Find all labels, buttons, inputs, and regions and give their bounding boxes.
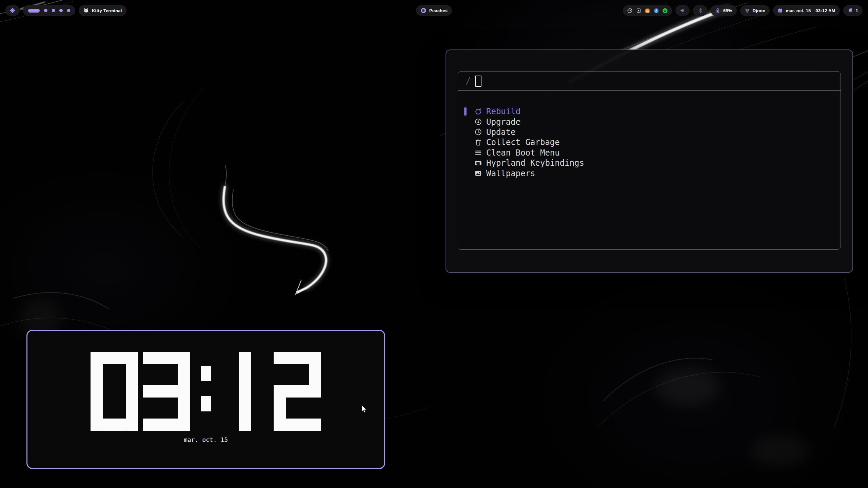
workspace-dot[interactable] <box>44 9 47 12</box>
launcher-panel: / RebuildUpgradeUpdateCollect GarbageCle… <box>458 71 841 250</box>
media-pill[interactable]: Peaches <box>416 5 452 16</box>
kdeconnect-icon[interactable] <box>636 8 642 14</box>
datetime-label: 03:12 AM <box>815 8 835 13</box>
digit-segment <box>143 419 190 431</box>
menu-item-rebuild[interactable]: Rebuild <box>458 106 841 117</box>
refresh-icon <box>474 108 482 116</box>
clock-digit-1 <box>221 352 269 431</box>
colon-block <box>201 396 211 411</box>
battery-label: 69% <box>723 8 732 13</box>
menu-item-label: Update <box>486 128 516 136</box>
menu-item-label: Collect Garbage <box>486 138 560 146</box>
network-pill[interactable]: Djoon <box>740 5 770 16</box>
bell-icon <box>848 8 853 13</box>
image-icon <box>474 169 482 177</box>
workspace-dot[interactable] <box>67 9 71 12</box>
volume-icon <box>680 8 685 13</box>
spotify-green-icon[interactable] <box>662 8 668 14</box>
keyboard-icon <box>474 159 482 167</box>
clock-digit-0 <box>91 352 138 431</box>
launcher-window: / RebuildUpgradeUpdateCollect GarbageCle… <box>446 49 853 273</box>
network-label: Djoon <box>753 8 766 13</box>
bluetooth-icon <box>697 8 703 13</box>
workspace-active[interactable] <box>28 9 40 13</box>
menu-item-label: Upgrade <box>486 118 520 126</box>
top-bar: Kitty Terminal Peaches 69%Djoonmar. oct.… <box>5 5 863 16</box>
search-prompt: / <box>466 76 471 86</box>
menu-item-wallpapers[interactable]: Wallpapers <box>458 168 841 178</box>
calendar-icon <box>777 8 783 13</box>
clock-widget: mar. oct. 15 <box>26 330 385 469</box>
menu-item-label: Rebuild <box>486 107 520 116</box>
volume-pill[interactable] <box>675 5 690 16</box>
clock-time <box>27 352 384 431</box>
spotify-icon <box>420 7 427 14</box>
cat-icon <box>83 7 89 14</box>
bar-center-modules: Peaches <box>416 5 452 16</box>
media-title: Peaches <box>429 8 448 13</box>
workspace-dot[interactable] <box>52 9 55 12</box>
system-tray[interactable] <box>623 5 672 16</box>
clock-colon <box>195 352 217 431</box>
wifi-icon <box>745 8 750 13</box>
aperture-icon[interactable] <box>627 8 633 14</box>
launcher-button[interactable] <box>5 5 20 16</box>
digit-segment <box>239 352 251 431</box>
workspace-dot[interactable] <box>59 9 63 12</box>
menu-item-upgrade[interactable]: Upgrade <box>458 117 841 127</box>
datetime-pill[interactable]: mar. oct. 1503:12 AM <box>773 5 840 16</box>
trash-icon <box>474 139 482 146</box>
clock-digit-3 <box>143 352 190 431</box>
list-icon <box>474 149 482 157</box>
launcher-menu: RebuildUpgradeUpdateCollect GarbageClean… <box>458 91 841 179</box>
active-window-pill[interactable]: Kitty Terminal <box>79 5 126 16</box>
bar-right-modules: 69%Djoonmar. oct. 1503:12 AM1 <box>623 5 863 16</box>
bluetooth-badge-icon[interactable] <box>653 8 659 14</box>
digit-segment <box>274 419 321 431</box>
selection-indicator <box>464 107 467 116</box>
mouse-cursor <box>360 405 368 413</box>
menu-item-label: Hyprland Keybindings <box>486 159 584 167</box>
search-bar[interactable]: / <box>458 72 841 91</box>
snowflake-icon <box>9 7 16 14</box>
workspaces-indicator[interactable] <box>23 5 75 16</box>
menu-item-clean-boot-menu[interactable]: Clean Boot Menu <box>458 148 841 158</box>
menu-item-label: Wallpapers <box>486 169 535 178</box>
colon-block <box>201 366 211 381</box>
text-cursor <box>475 76 481 87</box>
active-window-title: Kitty Terminal <box>92 8 122 13</box>
menu-item-hyprland-keybindings[interactable]: Hyprland Keybindings <box>458 158 841 168</box>
menu-item-update[interactable]: Update <box>458 127 841 137</box>
battery-pill[interactable]: 69% <box>711 5 737 16</box>
clock-date: mar. oct. 15 <box>27 436 384 443</box>
menu-item-collect-garbage[interactable]: Collect Garbage <box>458 137 841 147</box>
notifications-pill[interactable]: 1 <box>843 5 863 16</box>
datetime-label: mar. oct. 15 <box>786 8 811 13</box>
files-icon[interactable] <box>645 8 650 14</box>
notifications-label: 1 <box>856 8 858 13</box>
digit-segment <box>91 419 138 431</box>
menu-item-label: Clean Boot Menu <box>486 149 560 157</box>
battery-icon <box>715 8 721 13</box>
download-circle-icon <box>474 118 482 126</box>
bluetooth-pill[interactable] <box>693 5 707 16</box>
clock-digit-2 <box>274 352 321 431</box>
bar-left-modules: Kitty Terminal <box>5 5 126 16</box>
clock-refresh-icon <box>474 128 482 136</box>
